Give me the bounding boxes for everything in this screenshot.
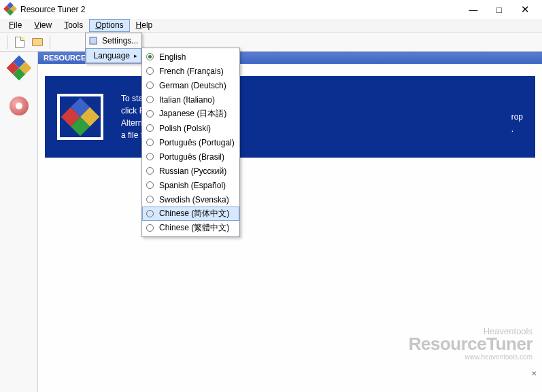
menu-file[interactable]: File <box>3 19 28 32</box>
language-label: German (Deutsch) <box>159 81 226 90</box>
gear-icon <box>10 96 29 115</box>
close-button[interactable]: ✕ <box>512 2 538 17</box>
sidebar-resource-button[interactable] <box>7 56 31 80</box>
submenu-arrow-icon: ▸ <box>134 52 137 59</box>
language-option[interactable]: French (Français) <box>142 64 239 78</box>
radio-icon <box>146 181 154 189</box>
radio-icon <box>146 96 154 103</box>
language-label: Chinese (简体中文) <box>159 208 229 219</box>
menu-view[interactable]: View <box>28 19 58 32</box>
welcome-line: rop <box>511 111 523 123</box>
language-option[interactable]: Polish (Polski) <box>142 121 239 135</box>
language-option[interactable]: Swedish (Svenska) <box>142 192 239 207</box>
language-label: Swedish (Svenska) <box>159 195 229 204</box>
toolbar-separator <box>50 35 50 49</box>
language-label: English <box>159 52 186 62</box>
language-label: Português (Brasil) <box>159 152 224 162</box>
window-title: Resource Tuner 2 <box>20 5 460 14</box>
radio-icon <box>146 82 154 89</box>
watermark: Heaventools ResourceTuner www.heaventool… <box>409 326 532 361</box>
dropdown-label: Settings... <box>102 36 138 46</box>
options-language-item[interactable]: Language ▸ <box>86 48 141 63</box>
new-file-button[interactable] <box>12 34 28 50</box>
welcome-line: . <box>511 123 523 135</box>
minimize-button[interactable]: — <box>460 2 486 17</box>
welcome-panel: To start click F Alterna a file f rop . <box>45 76 535 158</box>
language-option[interactable]: Português (Brasil) <box>142 149 239 164</box>
main-panel: RESOURCE To start click F Alterna a file… <box>38 52 542 392</box>
language-label: Italian (Italiano) <box>159 95 215 105</box>
radio-icon <box>146 153 154 160</box>
language-label: Português (Portugal) <box>159 138 235 147</box>
watermark-product: ResourceTuner <box>409 334 532 355</box>
radio-icon <box>146 67 154 75</box>
menu-options[interactable]: Options <box>89 19 129 32</box>
sidebar <box>0 52 38 392</box>
panel-close-icon[interactable]: × <box>531 368 537 378</box>
dropdown-label: Language <box>94 51 130 60</box>
language-option[interactable]: Chinese (繁體中文) <box>142 221 239 235</box>
radio-icon <box>146 167 154 175</box>
language-option[interactable]: Russian (Русский) <box>142 164 239 178</box>
menu-help[interactable]: Help <box>130 19 159 32</box>
folder-icon <box>32 38 43 46</box>
toolbar-separator <box>7 35 7 49</box>
language-option[interactable]: Italian (Italiano) <box>142 92 239 107</box>
radio-icon <box>146 110 154 118</box>
language-label: Chinese (繁體中文) <box>159 222 229 234</box>
radio-icon <box>146 124 154 132</box>
welcome-text-right: rop . <box>511 111 523 135</box>
language-label: French (Français) <box>159 67 224 76</box>
menu-tools[interactable]: Tools <box>58 19 89 32</box>
svg-rect-0 <box>90 37 97 44</box>
language-label: Spanish (Español) <box>159 181 226 190</box>
window-controls: — □ ✕ <box>460 2 538 17</box>
language-option[interactable]: Chinese (简体中文) <box>142 207 239 221</box>
workspace: RESOURCE To start click F Alterna a file… <box>0 52 542 392</box>
language-option[interactable]: German (Deutsch) <box>142 78 239 92</box>
maximize-button[interactable]: □ <box>486 2 512 17</box>
language-option[interactable]: Japanese (日本語) <box>142 107 239 121</box>
language-option[interactable]: English <box>142 50 239 64</box>
app-icon <box>5 4 16 15</box>
new-file-icon <box>15 37 24 48</box>
language-option[interactable]: Português (Portugal) <box>142 135 239 149</box>
open-file-button[interactable] <box>29 34 46 50</box>
toolbar: ? <box>0 33 542 52</box>
settings-icon <box>88 36 98 46</box>
language-label: Polish (Polski) <box>159 124 211 133</box>
welcome-logo <box>57 94 103 140</box>
options-settings-item[interactable]: Settings... <box>86 33 141 48</box>
sidebar-settings-button[interactable] <box>7 94 31 118</box>
language-label: Russian (Русский) <box>159 166 226 176</box>
radio-icon <box>146 210 154 217</box>
language-dropdown: EnglishFrench (Français)German (Deutsch)… <box>141 48 240 237</box>
radio-icon <box>146 139 154 146</box>
options-dropdown: Settings... Language ▸ <box>85 33 142 64</box>
radio-icon <box>146 196 154 203</box>
language-option[interactable]: Spanish (Español) <box>142 178 239 192</box>
radio-icon <box>146 53 154 60</box>
menu-bar: File View Tools Options Help <box>0 19 542 33</box>
radio-icon <box>146 224 154 232</box>
title-bar: Resource Tuner 2 — □ ✕ <box>0 0 542 19</box>
language-label: Japanese (日本語) <box>159 108 226 120</box>
